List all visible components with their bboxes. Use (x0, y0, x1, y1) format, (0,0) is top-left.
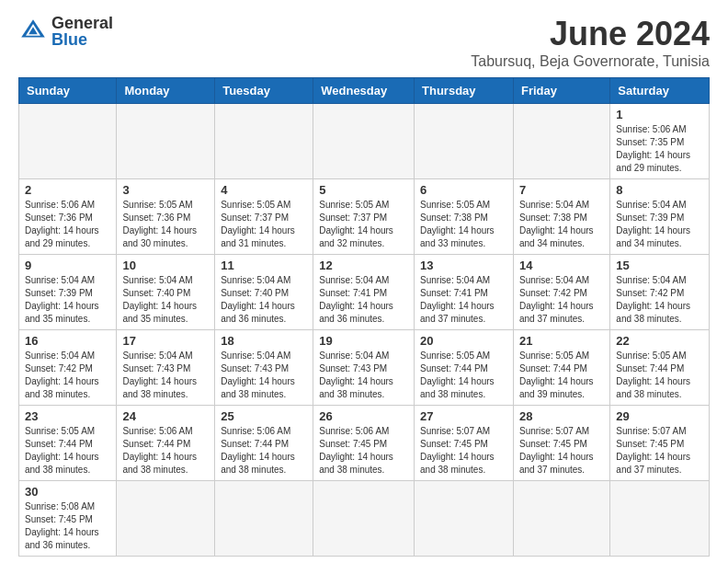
calendar-day-cell (415, 481, 514, 557)
calendar-day-cell: 13Sunrise: 5:04 AM Sunset: 7:41 PM Dayli… (415, 255, 514, 330)
day-info: Sunrise: 5:05 AM Sunset: 7:37 PM Dayligh… (319, 199, 408, 250)
calendar-day-cell: 15Sunrise: 5:04 AM Sunset: 7:42 PM Dayli… (610, 255, 710, 330)
day-info: Sunrise: 5:04 AM Sunset: 7:40 PM Dayligh… (122, 274, 209, 326)
weekday-header-wednesday: Wednesday (313, 78, 415, 104)
day-info: Sunrise: 5:07 AM Sunset: 7:45 PM Dayligh… (420, 425, 507, 477)
day-info: Sunrise: 5:04 AM Sunset: 7:40 PM Dayligh… (221, 274, 307, 326)
calendar-day-cell: 7Sunrise: 5:04 AM Sunset: 7:38 PM Daylig… (513, 179, 609, 255)
day-number: 22 (616, 334, 703, 348)
day-number: 19 (319, 334, 408, 348)
day-number: 5 (319, 183, 408, 197)
day-number: 21 (519, 334, 604, 348)
calendar-day-cell: 30Sunrise: 5:08 AM Sunset: 7:45 PM Dayli… (19, 481, 117, 557)
calendar-day-cell: 18Sunrise: 5:04 AM Sunset: 7:43 PM Dayli… (215, 330, 313, 406)
day-info: Sunrise: 5:07 AM Sunset: 7:45 PM Dayligh… (519, 425, 604, 477)
calendar-day-cell: 12Sunrise: 5:04 AM Sunset: 7:41 PM Dayli… (313, 255, 415, 330)
day-number: 25 (221, 409, 307, 423)
month-title: June 2024 (471, 15, 710, 53)
calendar-day-cell: 6Sunrise: 5:05 AM Sunset: 7:38 PM Daylig… (415, 179, 514, 255)
calendar-day-cell: 28Sunrise: 5:07 AM Sunset: 7:45 PM Dayli… (513, 406, 609, 481)
weekday-header-monday: Monday (117, 78, 215, 104)
calendar-day-cell (117, 104, 215, 179)
calendar-day-cell: 14Sunrise: 5:04 AM Sunset: 7:42 PM Dayli… (513, 255, 609, 330)
day-info: Sunrise: 5:04 AM Sunset: 7:38 PM Dayligh… (519, 199, 604, 250)
calendar-day-cell: 8Sunrise: 5:04 AM Sunset: 7:39 PM Daylig… (610, 179, 710, 255)
day-info: Sunrise: 5:08 AM Sunset: 7:45 PM Dayligh… (25, 500, 110, 552)
calendar-day-cell: 10Sunrise: 5:04 AM Sunset: 7:40 PM Dayli… (117, 255, 215, 330)
day-info: Sunrise: 5:04 AM Sunset: 7:43 PM Dayligh… (319, 350, 408, 401)
calendar-day-cell: 24Sunrise: 5:06 AM Sunset: 7:44 PM Dayli… (117, 406, 215, 481)
day-number: 28 (519, 409, 604, 423)
day-number: 13 (420, 259, 507, 272)
day-number: 26 (319, 409, 408, 423)
calendar-week-row: 1Sunrise: 5:06 AM Sunset: 7:35 PM Daylig… (19, 104, 710, 179)
day-info: Sunrise: 5:04 AM Sunset: 7:42 PM Dayligh… (519, 274, 604, 326)
day-number: 4 (221, 183, 307, 197)
calendar-day-cell: 22Sunrise: 5:05 AM Sunset: 7:44 PM Dayli… (610, 330, 710, 406)
calendar-day-cell (513, 104, 609, 179)
calendar-day-cell (513, 481, 609, 557)
day-number: 23 (25, 409, 110, 423)
day-number: 18 (221, 334, 307, 348)
day-info: Sunrise: 5:05 AM Sunset: 7:37 PM Dayligh… (221, 199, 307, 250)
calendar-day-cell: 17Sunrise: 5:04 AM Sunset: 7:43 PM Dayli… (117, 330, 215, 406)
calendar-day-cell: 3Sunrise: 5:05 AM Sunset: 7:36 PM Daylig… (117, 179, 215, 255)
day-info: Sunrise: 5:06 AM Sunset: 7:44 PM Dayligh… (221, 425, 307, 477)
day-info: Sunrise: 5:05 AM Sunset: 7:44 PM Dayligh… (616, 350, 703, 401)
day-info: Sunrise: 5:07 AM Sunset: 7:45 PM Dayligh… (616, 425, 703, 477)
calendar-day-cell: 26Sunrise: 5:06 AM Sunset: 7:45 PM Dayli… (313, 406, 415, 481)
day-info: Sunrise: 5:06 AM Sunset: 7:35 PM Dayligh… (616, 123, 703, 175)
calendar-week-row: 16Sunrise: 5:04 AM Sunset: 7:42 PM Dayli… (19, 330, 710, 406)
calendar-day-cell (19, 104, 117, 179)
day-info: Sunrise: 5:04 AM Sunset: 7:39 PM Dayligh… (25, 274, 110, 326)
day-info: Sunrise: 5:06 AM Sunset: 7:44 PM Dayligh… (122, 425, 209, 477)
logo-blue-text: Blue (51, 31, 113, 48)
day-number: 8 (616, 183, 703, 197)
day-info: Sunrise: 5:04 AM Sunset: 7:41 PM Dayligh… (319, 274, 408, 326)
day-number: 6 (420, 183, 507, 197)
calendar-day-cell (215, 104, 313, 179)
calendar-week-row: 9Sunrise: 5:04 AM Sunset: 7:39 PM Daylig… (19, 255, 710, 330)
day-info: Sunrise: 5:05 AM Sunset: 7:44 PM Dayligh… (519, 350, 604, 401)
day-info: Sunrise: 5:04 AM Sunset: 7:43 PM Dayligh… (221, 350, 307, 401)
day-number: 17 (122, 334, 209, 348)
calendar-day-cell (215, 481, 313, 557)
day-info: Sunrise: 5:04 AM Sunset: 7:41 PM Dayligh… (420, 274, 507, 326)
day-number: 7 (519, 183, 604, 197)
day-number: 9 (25, 259, 110, 272)
calendar-day-cell: 29Sunrise: 5:07 AM Sunset: 7:45 PM Dayli… (610, 406, 710, 481)
logo-text: General Blue (51, 15, 113, 48)
day-number: 15 (616, 259, 703, 272)
day-number: 10 (122, 259, 209, 272)
day-info: Sunrise: 5:05 AM Sunset: 7:38 PM Dayligh… (420, 199, 507, 250)
day-info: Sunrise: 5:06 AM Sunset: 7:36 PM Dayligh… (25, 199, 110, 250)
calendar-day-cell: 2Sunrise: 5:06 AM Sunset: 7:36 PM Daylig… (19, 179, 117, 255)
calendar-day-cell: 21Sunrise: 5:05 AM Sunset: 7:44 PM Dayli… (513, 330, 609, 406)
calendar-day-cell: 9Sunrise: 5:04 AM Sunset: 7:39 PM Daylig… (19, 255, 117, 330)
calendar-day-cell: 19Sunrise: 5:04 AM Sunset: 7:43 PM Dayli… (313, 330, 415, 406)
day-number: 14 (519, 259, 604, 272)
calendar-week-row: 23Sunrise: 5:05 AM Sunset: 7:44 PM Dayli… (19, 406, 710, 481)
title-area: June 2024 Tabursuq, Beja Governorate, Tu… (471, 15, 710, 70)
calendar-day-cell: 5Sunrise: 5:05 AM Sunset: 7:37 PM Daylig… (313, 179, 415, 255)
calendar-day-cell (610, 481, 710, 557)
day-info: Sunrise: 5:04 AM Sunset: 7:42 PM Dayligh… (616, 274, 703, 326)
day-info: Sunrise: 5:04 AM Sunset: 7:39 PM Dayligh… (616, 199, 703, 250)
weekday-header-sunday: Sunday (19, 78, 117, 104)
logo-general-text: General (51, 15, 113, 31)
day-info: Sunrise: 5:05 AM Sunset: 7:44 PM Dayligh… (25, 425, 110, 477)
calendar-day-cell: 16Sunrise: 5:04 AM Sunset: 7:42 PM Dayli… (19, 330, 117, 406)
day-number: 24 (122, 409, 209, 423)
calendar-day-cell: 11Sunrise: 5:04 AM Sunset: 7:40 PM Dayli… (215, 255, 313, 330)
calendar-week-row: 2Sunrise: 5:06 AM Sunset: 7:36 PM Daylig… (19, 179, 710, 255)
calendar-day-cell: 1Sunrise: 5:06 AM Sunset: 7:35 PM Daylig… (610, 104, 710, 179)
calendar-day-cell: 4Sunrise: 5:05 AM Sunset: 7:37 PM Daylig… (215, 179, 313, 255)
weekday-header-friday: Friday (513, 78, 609, 104)
day-info: Sunrise: 5:04 AM Sunset: 7:43 PM Dayligh… (122, 350, 209, 401)
header: General Blue June 2024 Tabursuq, Beja Go… (18, 15, 710, 70)
location-title: Tabursuq, Beja Governorate, Tunisia (471, 53, 710, 70)
calendar-day-cell (415, 104, 514, 179)
calendar-day-cell (313, 481, 415, 557)
weekday-header-tuesday: Tuesday (215, 78, 313, 104)
day-number: 30 (25, 485, 110, 499)
